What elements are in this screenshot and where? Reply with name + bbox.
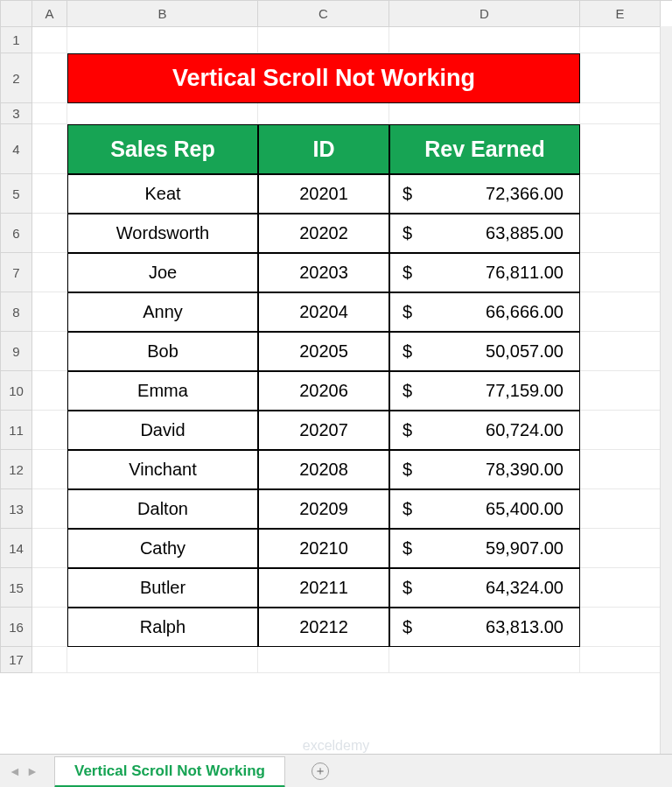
cell[interactable] [32,371,67,411]
cell-rev[interactable]: $59,907.00 [389,529,580,568]
cell-rep[interactable]: Dalton [67,489,258,529]
column-header[interactable]: B [67,1,258,27]
cell-id[interactable]: 20208 [258,450,389,489]
cell[interactable] [580,529,661,568]
cell[interactable] [389,647,580,673]
select-all-corner[interactable] [1,1,32,27]
cell[interactable] [580,174,661,214]
cell-id[interactable]: 20202 [258,214,389,253]
cell-rev[interactable]: $63,813.00 [389,608,580,647]
cell[interactable] [67,27,258,53]
row-header[interactable]: 2 [1,53,32,103]
cell[interactable] [580,124,661,174]
column-header[interactable]: C [258,1,389,27]
cell-rev[interactable]: $50,057.00 [389,332,580,371]
cell[interactable] [580,647,661,673]
cell[interactable] [67,647,258,673]
cell-id[interactable]: 20206 [258,371,389,411]
row-header[interactable]: 4 [1,124,32,174]
row-header[interactable]: 15 [1,568,32,608]
cell-id[interactable]: 20201 [258,174,389,214]
cell[interactable] [580,103,661,124]
nav-prev-icon[interactable]: ◄ [9,764,21,778]
cell-id[interactable]: 20211 [258,568,389,608]
cell[interactable] [580,214,661,253]
column-header[interactable]: E [580,1,661,27]
cell-id[interactable]: 20212 [258,608,389,647]
cell-rev[interactable]: $72,366.00 [389,174,580,214]
cell[interactable] [389,27,580,53]
cell-rep[interactable]: Cathy [67,529,258,568]
row-header[interactable]: 12 [1,450,32,489]
cell-rep[interactable]: David [67,411,258,450]
cell-rev[interactable]: $78,390.00 [389,450,580,489]
cell-rev[interactable]: $76,811.00 [389,253,580,292]
row-header[interactable]: 9 [1,332,32,371]
vertical-scrollbar[interactable] [660,26,672,754]
cell[interactable] [32,647,67,673]
cell-id[interactable]: 20207 [258,411,389,450]
cell[interactable] [258,647,389,673]
row-header[interactable]: 13 [1,489,32,529]
row-header[interactable]: 3 [1,103,32,124]
cell[interactable] [580,568,661,608]
cell-rep[interactable]: Anny [67,292,258,332]
cell[interactable] [32,292,67,332]
row-header[interactable]: 16 [1,608,32,647]
cell[interactable] [258,103,389,124]
cell[interactable] [32,450,67,489]
cell-rep[interactable]: Vinchant [67,450,258,489]
cell-id[interactable]: 20204 [258,292,389,332]
cell[interactable] [32,214,67,253]
row-header[interactable]: 7 [1,253,32,292]
row-header[interactable]: 11 [1,411,32,450]
cell[interactable] [32,124,67,174]
column-header[interactable]: A [32,1,67,27]
column-header[interactable]: D [389,1,580,27]
cell[interactable] [32,608,67,647]
row-header[interactable]: 17 [1,647,32,673]
cell-id[interactable]: 20209 [258,489,389,529]
sheet-tab-active[interactable]: Vertical Scroll Not Working [54,756,285,788]
cell[interactable] [580,27,661,53]
cell[interactable] [580,608,661,647]
cell[interactable] [32,529,67,568]
cell[interactable] [389,103,580,124]
cell[interactable] [580,53,661,103]
cell[interactable] [32,253,67,292]
cell[interactable] [32,27,67,53]
row-header[interactable]: 8 [1,292,32,332]
cell-rev[interactable]: $60,724.00 [389,411,580,450]
add-sheet-button[interactable]: ＋ [312,762,329,780]
cell[interactable] [32,489,67,529]
spreadsheet-grid[interactable]: ABCDE12Vertical Scroll Not Working34Sale… [0,0,672,673]
cell[interactable] [32,332,67,371]
cell[interactable] [580,411,661,450]
cell[interactable] [580,489,661,529]
row-header[interactable]: 6 [1,214,32,253]
cell[interactable] [258,27,389,53]
cell[interactable] [580,292,661,332]
cell[interactable] [32,53,67,103]
cell-rev[interactable]: $64,324.00 [389,568,580,608]
cell[interactable] [580,371,661,411]
cell[interactable] [32,568,67,608]
cell[interactable] [32,103,67,124]
row-header[interactable]: 1 [1,27,32,53]
cell-rev[interactable]: $63,885.00 [389,214,580,253]
cell[interactable] [32,411,67,450]
cell[interactable] [580,450,661,489]
cell-rep[interactable]: Wordsworth [67,214,258,253]
nav-next-icon[interactable]: ► [26,764,38,778]
cell-rep[interactable]: Emma [67,371,258,411]
cell-id[interactable]: 20205 [258,332,389,371]
row-header[interactable]: 5 [1,174,32,214]
cell-rev[interactable]: $66,666.00 [389,292,580,332]
cell-rep[interactable]: Bob [67,332,258,371]
row-header[interactable]: 10 [1,371,32,411]
cell-rep[interactable]: Butler [67,568,258,608]
cell[interactable] [580,253,661,292]
cell-id[interactable]: 20203 [258,253,389,292]
cell-rep[interactable]: Keat [67,174,258,214]
cell[interactable] [580,332,661,371]
